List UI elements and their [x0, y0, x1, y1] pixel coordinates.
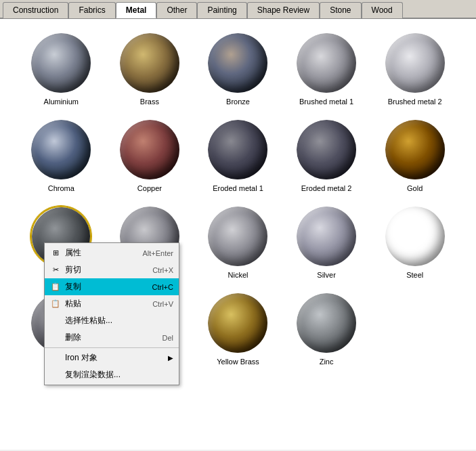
- context-menu-icon-copy: 📋: [50, 282, 61, 293]
- context-menu-item-delete[interactable]: 删除Del: [45, 329, 179, 346]
- context-menu-icon-cut: ✂: [50, 265, 61, 276]
- material-label-zinc: Zinc: [320, 358, 334, 366]
- sphere-wrapper-brushed-metal-2: [385, 33, 446, 93]
- tab-fabrics[interactable]: Fabrics: [68, 2, 115, 18]
- material-label-nickel: Nickel: [228, 271, 248, 279]
- tab-bar: ConstructionFabricsMetalOtherPaintingSha…: [0, 0, 476, 19]
- material-item-bronze[interactable]: Bronze: [197, 33, 279, 106]
- material-label-bronze: Bronze: [226, 98, 250, 106]
- sphere-silver: [297, 207, 357, 267]
- material-label-copper: Copper: [137, 184, 162, 192]
- sphere-wrapper-chroma: [30, 119, 91, 180]
- sphere-wrapper-yellow-brass: [207, 293, 268, 353]
- context-menu-label-selective-paste: 选择性粘贴...: [65, 315, 173, 326]
- sphere-steel: [385, 207, 446, 267]
- material-item-steel[interactable]: Steel: [374, 206, 456, 279]
- context-menu-item-copy[interactable]: 📋复制Ctrl+C: [45, 278, 179, 295]
- context-menu: ⊞属性Alt+Enter✂剪切Ctrl+X📋复制Ctrl+C📋粘贴Ctrl+V选…: [44, 242, 179, 385]
- material-label-steel: Steel: [406, 271, 423, 279]
- material-label-silver: Silver: [317, 271, 336, 279]
- context-menu-icon-iron-object: [50, 353, 61, 364]
- sphere-wrapper-eroded-metal-1: [207, 119, 268, 180]
- material-item-silver[interactable]: Silver: [286, 206, 368, 279]
- sphere-yellow-brass: [208, 293, 268, 353]
- context-menu-shortcut-paste: Ctrl+V: [152, 300, 173, 308]
- tab-stone[interactable]: Stone: [320, 2, 361, 18]
- context-menu-item-properties[interactable]: ⊞属性Alt+Enter: [45, 244, 179, 261]
- context-menu-item-render-data[interactable]: 复制渲染数据...: [45, 366, 179, 383]
- sphere-zinc: [297, 293, 357, 353]
- sphere-wrapper-silver: [296, 206, 357, 267]
- context-menu-label-paste: 粘贴: [65, 298, 148, 309]
- context-menu-item-cut[interactable]: ✂剪切Ctrl+X: [45, 261, 179, 278]
- material-item-eroded-metal-1[interactable]: Eroded metal 1: [197, 119, 279, 192]
- sphere-bronze: [208, 33, 268, 93]
- sphere-wrapper-nickel: [207, 206, 268, 267]
- sphere-brass: [120, 33, 180, 93]
- context-menu-icon-selective-paste: [50, 316, 61, 326]
- material-item-brushed-metal-2[interactable]: Brushed metal 2: [374, 33, 456, 106]
- material-label-gold: Gold: [407, 184, 423, 192]
- material-item-gold[interactable]: Gold: [374, 119, 456, 192]
- sphere-wrapper-bronze: [207, 33, 268, 93]
- material-item-chroma[interactable]: Chroma: [20, 119, 102, 192]
- context-menu-item-selective-paste[interactable]: 选择性粘贴...: [45, 312, 179, 329]
- sphere-brushed-metal-1: [297, 33, 357, 93]
- sphere-wrapper-brushed-metal-1: [296, 33, 357, 93]
- tab-metal[interactable]: Metal: [116, 2, 157, 18]
- context-menu-item-paste[interactable]: 📋粘贴Ctrl+V: [45, 295, 179, 312]
- sphere-wrapper-steel: [385, 206, 446, 267]
- context-menu-shortcut-delete: Del: [162, 334, 173, 342]
- context-menu-item-iron-object[interactable]: Iron 对象▶: [45, 349, 179, 366]
- tab-other[interactable]: Other: [156, 2, 197, 18]
- material-label-eroded-metal-1: Eroded metal 1: [213, 184, 263, 192]
- context-menu-label-copy: 复制: [65, 281, 148, 293]
- material-item-copper[interactable]: Copper: [109, 119, 191, 192]
- sphere-gold: [385, 120, 446, 180]
- sphere-wrapper-brass: [119, 33, 180, 93]
- sphere-wrapper-copper: [119, 119, 180, 180]
- material-item-aluminium[interactable]: Aluminium: [20, 33, 102, 106]
- material-item-zinc[interactable]: Zinc: [286, 293, 368, 366]
- tab-construction[interactable]: Construction: [3, 2, 68, 18]
- sphere-eroded-metal-1: [208, 120, 268, 180]
- tab-painting[interactable]: Painting: [197, 2, 246, 18]
- content-area: AluminiumBrassBronzeBrushed metal 1Brush…: [0, 19, 476, 450]
- sphere-wrapper-gold: [385, 119, 446, 180]
- context-menu-icon-render-data: [50, 370, 61, 381]
- material-item-yellow-brass[interactable]: Yellow Brass: [197, 293, 279, 366]
- material-label-eroded-metal-2: Eroded metal 2: [301, 184, 352, 192]
- context-menu-icon-paste: 📋: [50, 299, 61, 309]
- material-item-brushed-metal-1[interactable]: Brushed metal 1: [286, 33, 368, 106]
- material-label-aluminium: Aluminium: [44, 98, 79, 106]
- sphere-wrapper-aluminium: [30, 33, 91, 93]
- material-label-brushed-metal-1: Brushed metal 1: [299, 98, 353, 106]
- context-menu-shortcut-properties: Alt+Enter: [142, 249, 173, 257]
- material-label-chroma: Chroma: [48, 184, 74, 192]
- context-menu-label-cut: 剪切: [65, 264, 148, 276]
- context-menu-shortcut-copy: Ctrl+C: [152, 283, 173, 291]
- context-menu-icon-properties: ⊞: [50, 248, 61, 259]
- tab-shape-review[interactable]: Shape Review: [247, 2, 320, 18]
- material-item-eroded-metal-2[interactable]: Eroded metal 2: [286, 119, 368, 192]
- context-menu-shortcut-cut: Ctrl+X: [152, 266, 173, 274]
- sphere-wrapper-zinc: [296, 293, 357, 353]
- sphere-wrapper-eroded-metal-2: [296, 119, 357, 180]
- context-menu-separator: [45, 347, 179, 348]
- material-label-yellow-brass: Yellow Brass: [217, 358, 259, 366]
- sphere-eroded-metal-2: [297, 120, 357, 180]
- material-label-brushed-metal-2: Brushed metal 2: [388, 98, 442, 106]
- sphere-copper: [120, 120, 180, 180]
- context-menu-label-render-data: 复制渲染数据...: [65, 369, 173, 381]
- tab-wood[interactable]: Wood: [362, 2, 403, 18]
- context-menu-icon-delete: [50, 332, 61, 343]
- sphere-chroma: [31, 120, 91, 180]
- sphere-brushed-metal-2: [385, 33, 446, 93]
- material-label-brass: Brass: [140, 98, 159, 106]
- context-menu-label-iron-object: Iron 对象: [65, 352, 158, 364]
- sphere-nickel: [208, 207, 268, 267]
- context-menu-label-properties: 属性: [65, 247, 138, 259]
- material-item-brass[interactable]: Brass: [109, 33, 191, 106]
- context-menu-arrow-iron-object: ▶: [168, 354, 173, 362]
- material-item-nickel[interactable]: Nickel: [197, 206, 279, 279]
